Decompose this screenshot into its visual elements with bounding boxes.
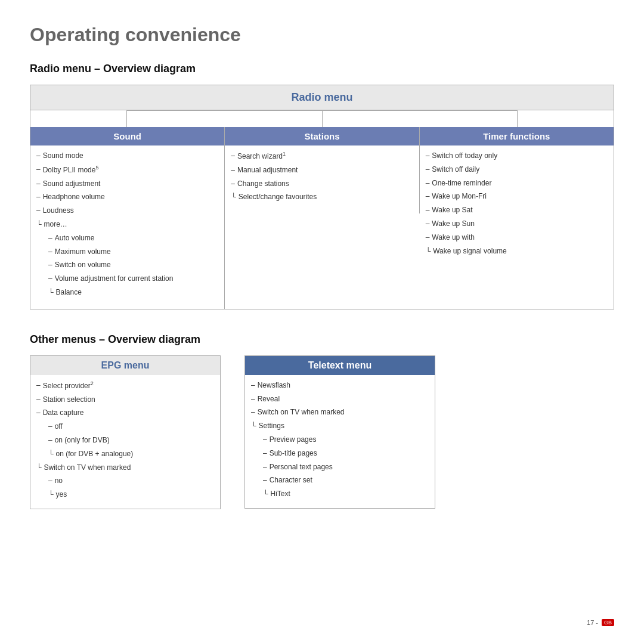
epg-sub-2: –on (only for DVB) — [48, 434, 214, 447]
epg-item-3: –Data capture — [36, 406, 214, 420]
timer-item-8: └Wake up signal volume — [426, 244, 608, 258]
epg-sub-3: └on (for DVB + analogue) — [48, 447, 214, 461]
timer-item-6: –Wake up Sun — [426, 217, 608, 231]
epg-switch-no: –no — [48, 474, 214, 488]
radio-menu-header: Radio menu — [30, 85, 614, 110]
sound-sub-3: –Switch on volume — [48, 258, 218, 272]
section2-title: Other menus – Overview diagram — [30, 333, 614, 346]
sound-item-1: –Sound mode — [36, 149, 218, 163]
stations-item-1: –Search wizard1 — [231, 149, 413, 163]
timer-item-7: –Wake up with — [426, 231, 608, 244]
sound-header: Sound — [30, 127, 224, 145]
epg-menu-box: EPG menu –Select provider2 –Station sele… — [30, 355, 221, 509]
teletext-item-2: –Reveal — [251, 392, 429, 406]
teletext-sub-5: └HiText — [263, 487, 429, 501]
epg-item-1: –Select provider2 — [36, 379, 214, 393]
stations-column: Stations –Search wizard1 –Manual adjustm… — [225, 127, 419, 213]
section1-title: Radio menu – Overview diagram — [30, 63, 614, 75]
epg-switch-item: └Switch on TV when marked — [36, 461, 214, 475]
timer-item-3: –One-time reminder — [426, 177, 608, 190]
page-number: 17 - GB — [587, 619, 614, 626]
epg-switch-yes: └yes — [48, 488, 214, 501]
sound-item-more: └more… — [36, 218, 218, 231]
radio-menu-diagram: Radio menu Sound –Sound mode –Dolby PLII… — [30, 85, 614, 309]
teletext-item-4: └Settings — [251, 419, 429, 433]
sound-sub-4: –Volume adjustment for current station — [48, 272, 218, 286]
timer-item-1: –Switch off today only — [426, 149, 608, 163]
timer-item-5: –Wake up Sat — [426, 203, 608, 217]
teletext-item-1: –Newsflash — [251, 379, 429, 392]
stations-item-4: └Select/change favourites — [231, 190, 413, 204]
other-menus-container: EPG menu –Select provider2 –Station sele… — [30, 355, 614, 509]
epg-header: EPG menu — [30, 356, 220, 375]
sound-items: –Sound mode –Dolby PLII mode5 –Sound adj… — [30, 149, 224, 299]
timer-item-4: –Wake up Mon-Fri — [426, 190, 608, 203]
sound-sub-1: –Auto volume — [48, 231, 218, 245]
teletext-items: –Newsflash –Reveal –Switch on TV when ma… — [245, 375, 435, 508]
stations-header: Stations — [225, 127, 419, 145]
teletext-sub-3: –Personal text pages — [263, 460, 429, 474]
epg-item-2: –Station selection — [36, 393, 214, 407]
epg-items: –Select provider2 –Station selection –Da… — [30, 375, 220, 509]
gb-badge: GB — [602, 619, 614, 626]
teletext-sub-1: –Preview pages — [263, 433, 429, 447]
stations-item-2: –Manual adjustment — [231, 163, 413, 177]
sound-item-2: –Dolby PLII mode5 — [36, 163, 218, 177]
main-title: Operating convenience — [30, 24, 614, 46]
sound-column: Sound –Sound mode –Dolby PLII mode5 –Sou… — [30, 127, 225, 309]
stations-items: –Search wizard1 –Manual adjustment –Chan… — [225, 149, 419, 204]
teletext-sub-2: –Sub-title pages — [263, 447, 429, 460]
teletext-item-3: –Switch on TV when marked — [251, 405, 429, 419]
timer-item-2: –Switch off daily — [426, 163, 608, 177]
epg-sub-1: –off — [48, 420, 214, 434]
timer-items: –Switch off today only –Switch off daily… — [420, 149, 614, 258]
teletext-sub-4: –Character set — [263, 473, 429, 487]
sound-item-4: –Headphone volume — [36, 190, 218, 204]
timer-header: Timer functions — [420, 127, 614, 145]
sound-sub-2: –Maximum volume — [48, 245, 218, 259]
teletext-menu-box: Teletext menu –Newsflash –Reveal –Switch… — [244, 355, 435, 509]
sound-item-3: –Sound adjustment — [36, 177, 218, 191]
sound-item-5: –Loudness — [36, 204, 218, 218]
sound-sub-5: └Balance — [48, 286, 218, 299]
stations-item-3: –Change stations — [231, 177, 413, 191]
teletext-header: Teletext menu — [245, 356, 435, 375]
timer-column: Timer functions –Switch off today only –… — [420, 127, 614, 267]
